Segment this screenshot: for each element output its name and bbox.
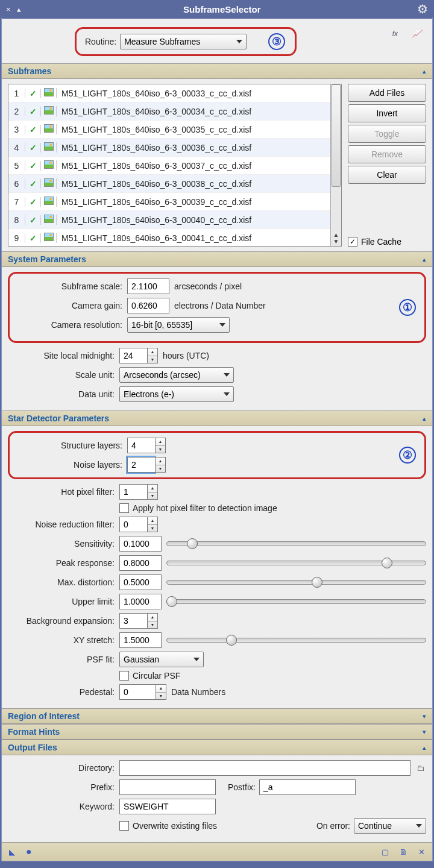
background-expansion-spinner[interactable]: 3 ▲▼ bbox=[119, 613, 158, 629]
xy-stretch-slider[interactable] bbox=[166, 634, 426, 646]
file-cache-label: File Cache bbox=[361, 237, 401, 247]
annotation-1: ① bbox=[399, 299, 416, 316]
star-highlight-box: ② Structure layers: 4 ▲▼ Noise layers: 2… bbox=[8, 431, 426, 479]
routine-highlight-box: Routine: Measure Subframes ③ bbox=[75, 27, 297, 56]
row-index: 1 bbox=[8, 89, 25, 98]
row-index: 6 bbox=[8, 179, 25, 189]
image-icon bbox=[41, 160, 57, 171]
table-row[interactable]: 1✓M51_LIGHT_180s_640iso_6-3_00033_c_cc_d… bbox=[8, 84, 330, 102]
camera-resolution-dropdown[interactable]: 16-bit [0, 65535] bbox=[127, 317, 230, 333]
xy-stretch-input[interactable]: 1.5000 bbox=[119, 632, 162, 648]
sensitivity-slider[interactable] bbox=[166, 538, 426, 550]
file-cache-checkbox[interactable]: ✓ bbox=[348, 237, 357, 247]
table-row[interactable]: 7✓M51_LIGHT_180s_640iso_6-3_00039_c_cc_d… bbox=[8, 193, 330, 211]
scrollbar-thumb[interactable] bbox=[332, 84, 341, 187]
prefix-input[interactable] bbox=[119, 779, 216, 795]
graph-icon[interactable]: 📈 bbox=[412, 30, 421, 38]
overwrite-checkbox[interactable] bbox=[119, 821, 129, 831]
file-name: M51_LIGHT_180s_640iso_6-3_00040_c_cc_d.x… bbox=[57, 215, 251, 225]
section-header-subframes[interactable]: Subframes ▴ bbox=[2, 63, 432, 79]
row-index: 3 bbox=[8, 125, 25, 134]
structure-layers-spinner[interactable]: 4 ▲▼ bbox=[127, 438, 166, 453]
on-error-dropdown[interactable]: Continue bbox=[354, 818, 426, 834]
scrollbar[interactable]: ▲▼ bbox=[330, 84, 341, 246]
subframe-scale-input[interactable]: 2.1100 bbox=[127, 278, 169, 294]
image-icon bbox=[41, 124, 57, 134]
add-files-button[interactable]: Add Files bbox=[348, 84, 426, 102]
section-header-star[interactable]: Star Detector Parameters ▴ bbox=[2, 410, 432, 426]
image-icon bbox=[41, 88, 57, 98]
pedestal-spinner[interactable]: 0 ▲▼ bbox=[119, 684, 166, 700]
reset-icon[interactable]: ▢ bbox=[382, 848, 389, 857]
noise-layers-spinner[interactable]: 2 ▲▼ bbox=[127, 457, 166, 473]
image-icon bbox=[41, 215, 57, 225]
data-unit-dropdown[interactable]: Electrons (e-) bbox=[119, 386, 234, 402]
keyword-input[interactable]: SSWEIGHT bbox=[119, 799, 216, 814]
remove-button[interactable]: Remove bbox=[348, 145, 426, 163]
noise-reduction-spinner[interactable]: 0 ▲▼ bbox=[119, 517, 158, 532]
gear-icon[interactable]: ⚙ bbox=[417, 2, 428, 16]
expression-icon[interactable]: fx bbox=[392, 30, 398, 38]
table-row[interactable]: 8✓M51_LIGHT_180s_640iso_6-3_00040_c_cc_d… bbox=[8, 211, 330, 229]
browse-folder-icon[interactable]: 🗀 bbox=[414, 764, 426, 773]
file-list[interactable]: 1✓M51_LIGHT_180s_640iso_6-3_00033_c_cc_d… bbox=[8, 84, 342, 247]
new-instance-icon[interactable]: ◣ bbox=[9, 848, 15, 857]
checkmark-icon: ✓ bbox=[25, 143, 41, 153]
image-icon bbox=[41, 142, 57, 153]
checkmark-icon: ✓ bbox=[25, 233, 41, 243]
camera-gain-input[interactable]: 0.6260 bbox=[127, 298, 169, 313]
peak-response-input[interactable]: 0.8000 bbox=[119, 555, 162, 571]
max-distortion-input[interactable]: 0.5000 bbox=[119, 574, 162, 590]
directory-input[interactable] bbox=[119, 760, 410, 776]
hot-pixel-checkbox[interactable] bbox=[119, 503, 129, 513]
section-header-output[interactable]: Output Files ▴ bbox=[2, 740, 432, 755]
file-name: M51_LIGHT_180s_640iso_6-3_00038_c_cc_d.x… bbox=[57, 179, 251, 189]
image-icon bbox=[41, 197, 57, 207]
table-row[interactable]: 3✓M51_LIGHT_180s_640iso_6-3_00035_c_cc_d… bbox=[8, 121, 330, 139]
upper-limit-slider[interactable] bbox=[166, 596, 426, 608]
image-icon bbox=[41, 178, 57, 189]
shade-icon[interactable]: ▴ bbox=[17, 5, 21, 14]
site-midnight-spinner[interactable]: 24 ▲▼ bbox=[119, 348, 158, 363]
upper-limit-input[interactable]: 1.0000 bbox=[119, 594, 162, 609]
table-row[interactable]: 2✓M51_LIGHT_180s_640iso_6-3_00034_c_cc_d… bbox=[8, 102, 330, 121]
row-index: 9 bbox=[8, 233, 25, 243]
peak-response-slider[interactable] bbox=[166, 557, 426, 569]
chevron-down-icon: ▾ bbox=[423, 728, 426, 736]
cancel-icon[interactable]: ✕ bbox=[418, 848, 425, 857]
clear-button[interactable]: Clear bbox=[348, 166, 426, 184]
statusbar: ◣ ● ▢ 🗎 ✕ bbox=[2, 842, 432, 861]
scale-unit-dropdown[interactable]: Arcseconds (arcsec) bbox=[119, 367, 234, 383]
section-header-system[interactable]: System Parameters ▴ bbox=[2, 251, 432, 267]
psf-fit-dropdown[interactable]: Gaussian bbox=[119, 652, 204, 667]
image-icon bbox=[41, 106, 57, 116]
file-name: M51_LIGHT_180s_640iso_6-3_00037_c_cc_d.x… bbox=[57, 161, 251, 171]
table-row[interactable]: 5✓M51_LIGHT_180s_640iso_6-3_00037_c_cc_d… bbox=[8, 157, 330, 175]
invert-button[interactable]: Invert bbox=[348, 104, 426, 122]
apply-icon[interactable]: ● bbox=[26, 846, 32, 857]
circular-psf-checkbox[interactable] bbox=[119, 671, 129, 681]
checkmark-icon: ✓ bbox=[25, 125, 41, 134]
table-row[interactable]: 6✓M51_LIGHT_180s_640iso_6-3_00038_c_cc_d… bbox=[8, 175, 330, 193]
toggle-button[interactable]: Toggle bbox=[348, 125, 426, 143]
section-body-output: Directory: 🗀 Prefix: Postfix: _a Keyword… bbox=[2, 755, 432, 842]
doc-icon[interactable]: 🗎 bbox=[400, 848, 407, 857]
chevron-up-icon: ▴ bbox=[423, 256, 426, 263]
row-index: 4 bbox=[8, 143, 25, 153]
chevron-up-icon: ▴ bbox=[423, 744, 426, 752]
routine-dropdown[interactable]: Measure Subframes bbox=[120, 34, 247, 49]
file-name: M51_LIGHT_180s_640iso_6-3_00036_c_cc_d.x… bbox=[57, 143, 251, 153]
hot-pixel-spinner[interactable]: 1 ▲▼ bbox=[119, 484, 158, 500]
close-icon[interactable]: × bbox=[6, 5, 11, 14]
checkmark-icon: ✓ bbox=[25, 215, 41, 225]
table-row[interactable]: 4✓M51_LIGHT_180s_640iso_6-3_00036_c_cc_d… bbox=[8, 139, 330, 157]
max-distortion-slider[interactable] bbox=[166, 576, 426, 588]
chevron-up-icon: ▴ bbox=[423, 68, 426, 75]
section-header-roi[interactable]: Region of Interest ▾ bbox=[2, 708, 432, 724]
section-body-system: ① Subframe scale: 2.1100 arcseconds / pi… bbox=[2, 267, 432, 410]
table-row[interactable]: 9✓M51_LIGHT_180s_640iso_6-3_00041_c_cc_d… bbox=[8, 229, 330, 246]
annotation-3: ③ bbox=[268, 33, 285, 50]
postfix-input[interactable]: _a bbox=[259, 779, 356, 795]
section-header-hints[interactable]: Format Hints ▾ bbox=[2, 724, 432, 740]
sensitivity-input[interactable]: 0.1000 bbox=[119, 536, 162, 552]
